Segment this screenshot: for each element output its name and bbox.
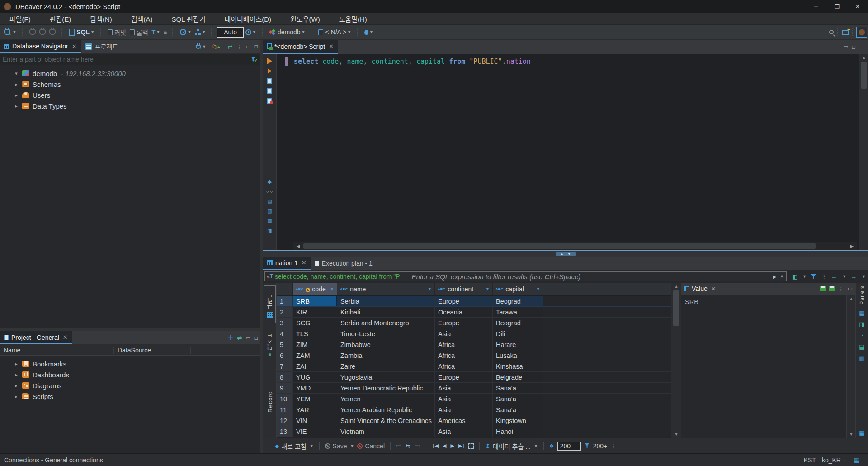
row-number-cell[interactable]: 4: [277, 328, 293, 339]
expand-arrow-icon[interactable]: ▸: [14, 81, 19, 87]
expand-arrow-icon[interactable]: ▸: [14, 372, 19, 378]
row-number-cell[interactable]: 1: [277, 296, 293, 307]
metadata-icon[interactable]: ◔: [860, 332, 864, 339]
row-number-cell[interactable]: 7: [277, 361, 293, 372]
cell-continent[interactable]: Asia: [435, 328, 493, 339]
expand-arrow-icon[interactable]: ▸: [14, 361, 19, 367]
back-history-icon[interactable]: ▼: [842, 274, 846, 279]
table-row[interactable]: 10 YEM Yemen Asia Sana'a: [277, 394, 671, 404]
code-area[interactable]: select code, name, continent, capital fr…: [277, 54, 859, 242]
column-filter-icon[interactable]: ▼: [428, 287, 432, 291]
edit-template-icon[interactable]: ▦: [267, 218, 272, 224]
erase-filter-icon[interactable]: ◧: [792, 273, 797, 280]
transaction-mode-button[interactable]: T▼: [150, 29, 162, 36]
save-value-icon[interactable]: [820, 286, 826, 291]
rollback-button[interactable]: 롤백: [128, 28, 150, 37]
grid-vertical-scrollbar[interactable]: ▲ ▼: [671, 283, 681, 438]
minimize-editor-icon[interactable]: ▭: [843, 44, 848, 50]
cell-capital[interactable]: Lusaka: [493, 350, 543, 361]
cell-continent[interactable]: Asia: [435, 404, 493, 415]
toolbar-overflow-icon[interactable]: ⋮: [610, 442, 616, 449]
reconnect-icon[interactable]: [38, 29, 47, 35]
value-viewer-icon[interactable]: ▦: [859, 309, 864, 316]
cell-capital[interactable]: Sana'a: [493, 404, 543, 415]
column-header-name[interactable]: ABC name ▼: [337, 283, 435, 295]
locale-indicator[interactable]: ko_KR: [822, 456, 841, 464]
scroll-up-icon[interactable]: ▲: [671, 284, 681, 289]
close-icon[interactable]: ✕: [63, 334, 68, 341]
filters-icon[interactable]: [811, 274, 817, 280]
find-in-script-icon[interactable]: ▥: [267, 208, 272, 214]
cell-continent[interactable]: Africa: [435, 361, 493, 372]
cell-code[interactable]: ZAI: [293, 361, 337, 372]
new-connection-button[interactable]: +▼: [2, 28, 18, 37]
cell-code[interactable]: VIE: [293, 426, 337, 437]
cell-continent[interactable]: Asia: [435, 426, 493, 437]
cell-name[interactable]: Kiribati: [337, 307, 435, 318]
previous-row-button[interactable]: ◀: [443, 443, 447, 449]
grid-view-toggle[interactable]: 그리드: [264, 285, 276, 323]
cell-code[interactable]: YEM: [293, 394, 337, 404]
dbeaver-perspective-button[interactable]: [856, 27, 867, 38]
cell-name[interactable]: Zaire: [337, 361, 435, 372]
column-header-capital[interactable]: ABC capital ▼: [493, 283, 543, 295]
filter-placeholder-text[interactable]: Enter a SQL expression to filter results…: [412, 273, 581, 281]
text-view-toggle[interactable]: 텍스트 ≡: [264, 326, 276, 361]
cell-continent[interactable]: Europe: [435, 296, 493, 307]
connect-icon[interactable]: [28, 29, 38, 35]
menu-item[interactable]: 탐색(N): [80, 14, 121, 24]
active-connection-selector[interactable]: demodb▼: [268, 29, 307, 36]
sql-line-1[interactable]: select code, name, continent, capital fr…: [285, 57, 531, 66]
row-number-cell[interactable]: 9: [277, 383, 293, 394]
tab-sql-script[interactable]: *<demodb> Script ✕: [263, 40, 338, 54]
table-row[interactable]: 8 YUG Yugoslavia Europe Belgrade: [277, 372, 671, 383]
cell-capital[interactable]: Belgrade: [493, 372, 543, 383]
editor-vertical-scrollbar[interactable]: ▲: [859, 54, 868, 250]
next-row-button[interactable]: ▶: [451, 443, 455, 449]
value-content[interactable]: SRB: [681, 295, 855, 309]
minimize-panel-icon[interactable]: ▭: [245, 335, 250, 341]
row-number-cell[interactable]: 8: [277, 372, 293, 383]
cell-capital[interactable]: Tarawa: [493, 307, 543, 318]
filter-input-box[interactable]: «T select code, name, continent, capital…: [264, 271, 787, 281]
scroll-up-icon[interactable]: ▲: [847, 296, 856, 301]
column-header-code[interactable]: ABC code ▼: [293, 283, 337, 295]
link-with-editor-icon[interactable]: ⇄: [228, 43, 233, 50]
scrollbar-thumb[interactable]: [861, 62, 867, 89]
tree-item[interactable]: ▸ Schemas: [0, 79, 260, 90]
commit-mode-combo[interactable]: Auto: [217, 27, 244, 38]
cell-continent[interactable]: Africa: [435, 350, 493, 361]
lock-icon[interactable]: 🔒︎: [162, 29, 169, 36]
column-filter-icon[interactable]: ▼: [486, 287, 490, 291]
cell-name[interactable]: Serbia and Montenegro: [337, 318, 435, 328]
menu-item[interactable]: 도움말(H): [330, 14, 377, 24]
cell-capital[interactable]: Beograd: [493, 296, 543, 307]
new-sql-editor-button[interactable]: SQL▼: [67, 29, 96, 36]
expand-arrow-icon[interactable]: ▾: [14, 71, 19, 76]
cell-continent[interactable]: Asia: [435, 394, 493, 404]
minimize-button[interactable]: ─: [806, 0, 826, 13]
commit-button[interactable]: 커밋: [106, 28, 128, 37]
cell-capital[interactable]: Harare: [493, 339, 543, 350]
tree-item[interactable]: ▾ demodb - 192.168.2.33:30000: [0, 68, 260, 79]
row-number-cell[interactable]: 10: [277, 394, 293, 404]
cell-name[interactable]: Yemen Democratic Republic: [337, 383, 435, 394]
cancel-button[interactable]: Cancel: [357, 442, 385, 450]
close-icon[interactable]: ✕: [302, 259, 307, 266]
pin-icon[interactable]: ✛: [228, 334, 234, 342]
disconnect-icon[interactable]: [47, 29, 57, 35]
corner-cell[interactable]: [277, 283, 293, 295]
execute-script-icon[interactable]: [268, 68, 272, 74]
cell-capital[interactable]: Sana'a: [493, 394, 543, 404]
expand-arrow-icon[interactable]: ▸: [14, 394, 19, 399]
cell-capital[interactable]: Kinshasa: [493, 361, 543, 372]
row-number-cell[interactable]: 2: [277, 307, 293, 318]
script-log-icon[interactable]: [267, 98, 272, 104]
expand-filter-icon[interactable]: [403, 274, 408, 279]
scrollbar-thumb[interactable]: [673, 290, 679, 326]
active-schema-selector[interactable]: < N/A >▼: [316, 29, 353, 36]
row-layout-icons[interactable]: ≔ ⇆ ≕: [396, 443, 421, 449]
cell-capital[interactable]: Dili: [493, 328, 543, 339]
cell-continent[interactable]: Americas: [435, 415, 493, 426]
new-folder-icon[interactable]: 📁︎+: [212, 43, 220, 50]
